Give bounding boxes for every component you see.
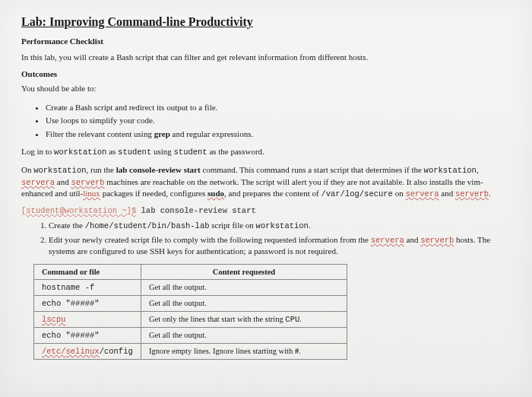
text: selinux (66, 347, 100, 356)
script-path: /home/student/bin/bash-lab (85, 221, 210, 230)
workstation-host: workstation (54, 148, 106, 157)
cpu-string: CPU (285, 315, 299, 324)
text: . (299, 315, 302, 323)
table-row: lscpu Get only the lines that start with… (34, 311, 347, 327)
text: and (55, 177, 71, 186)
serverb-host: serverb (71, 178, 105, 187)
text: and (439, 189, 455, 198)
servera-host: servera (405, 189, 439, 198)
text: as (106, 147, 118, 156)
text: script file on (209, 221, 255, 230)
text: . (489, 189, 491, 198)
header-content: Content requested (141, 264, 347, 279)
text: Ignore empty lines. Ignore lines startin… (149, 347, 295, 355)
shell-command: lab console-review start (136, 206, 256, 215)
text: /etc/ (42, 347, 66, 356)
text: and regular expressions. (170, 129, 253, 138)
header-command: Command or file (34, 264, 141, 279)
serverb-host: serverb (420, 236, 454, 245)
text: and (404, 235, 420, 244)
workstation-host: workstation (33, 166, 86, 175)
text: Log in to (21, 147, 54, 156)
steps-list: Create the /home/student/bin/bash-lab sc… (21, 220, 511, 258)
table-row: echo "#####" Get all the output. (34, 295, 347, 311)
list-item: Use loops to simplify your code. (46, 114, 511, 127)
password: student (174, 148, 207, 157)
content-cell: Get all the output. (141, 295, 347, 311)
text: On (21, 165, 33, 174)
text: Create the (49, 221, 85, 230)
lab-title: Lab: Improving Command-line Productivity (21, 15, 511, 29)
step-item: Create the /home/student/bin/bash-lab sc… (49, 220, 511, 232)
list-item: Filter the relevant content using grep a… (46, 128, 511, 141)
table-header-row: Command or file Content requested (34, 264, 347, 279)
content-cell: Get all the output. (141, 327, 347, 343)
login-paragraph: Log in to workstation as student using s… (21, 146, 511, 158)
text: , (477, 165, 479, 174)
lscpu-cmd: lscpu (42, 315, 66, 324)
content-cell: Get all the output. (141, 279, 347, 295)
text: . (299, 347, 301, 355)
cmd-cell: echo "#####" (34, 327, 141, 343)
text: , and prepares the content of (224, 189, 321, 198)
text: Filter the relevant content using (46, 129, 154, 138)
document-page: Lab: Improving Command-line Productivity… (0, 0, 532, 397)
workstation-host: workstation (256, 221, 309, 230)
text: command. This command runs a start scrip… (201, 165, 424, 174)
content-cell: Get only the lines that start with the s… (141, 311, 347, 327)
serverb-host: serverb (455, 189, 489, 198)
text: , run the (87, 165, 116, 174)
cmd-cell: hostname -f (34, 279, 141, 295)
cmd-cell: /etc/selinux/config (34, 343, 141, 359)
text: /config (100, 347, 133, 356)
secure-log-path: /var/log/secure (321, 189, 393, 198)
servera-host: servera (21, 178, 55, 187)
table-row: /etc/selinux/config Ignore empty lines. … (34, 343, 347, 359)
content-cell: Ignore empty lines. Ignore lines startin… (141, 343, 347, 359)
intro-paragraph: In this lab, you will create a Bash scri… (21, 52, 511, 63)
outcomes-list: Create a Bash script and redirect its ou… (21, 101, 511, 141)
text: as the password. (207, 147, 264, 156)
outcomes-intro: You should be able to: (21, 83, 511, 94)
text: Get only the lines that start with the s… (149, 315, 285, 323)
shell-prompt: [student@workstation ~]$ (21, 206, 136, 215)
text: on (393, 189, 406, 198)
cmd-cell: lscpu (34, 311, 141, 327)
text: using (151, 147, 173, 156)
outcomes-heading: Outcomes (21, 69, 511, 78)
start-command: lab console-review start (116, 165, 201, 174)
step-item: Edit your newly created script file to c… (49, 234, 511, 258)
servera-host: servera (371, 236, 404, 245)
list-item: Create a Bash script and redirect its ou… (46, 101, 511, 114)
command-table: Command or file Content requested hostna… (33, 264, 347, 360)
table-row: hostname -f Get all the output. (34, 279, 347, 295)
checklist-heading: Performance Checklist (21, 37, 511, 46)
text: Edit your newly created script file to c… (49, 235, 371, 244)
terminal-line: [student@workstation ~]$ lab console-rev… (21, 206, 511, 215)
username: student (118, 148, 151, 157)
grep-keyword: grep (154, 129, 170, 138)
text: packages if needed, configures (100, 189, 207, 198)
workstation-host: workstation (424, 166, 477, 175)
table-row: echo "#####" Get all the output. (34, 327, 347, 343)
setup-paragraph: On workstation, run the lab console-revi… (21, 164, 511, 200)
text: . (309, 221, 311, 230)
selinux-path: /etc/selinux (42, 347, 100, 356)
linux-word: linux (83, 189, 100, 198)
cmd-cell: echo "#####" (34, 295, 141, 311)
sudo-keyword: sudo (207, 189, 224, 198)
